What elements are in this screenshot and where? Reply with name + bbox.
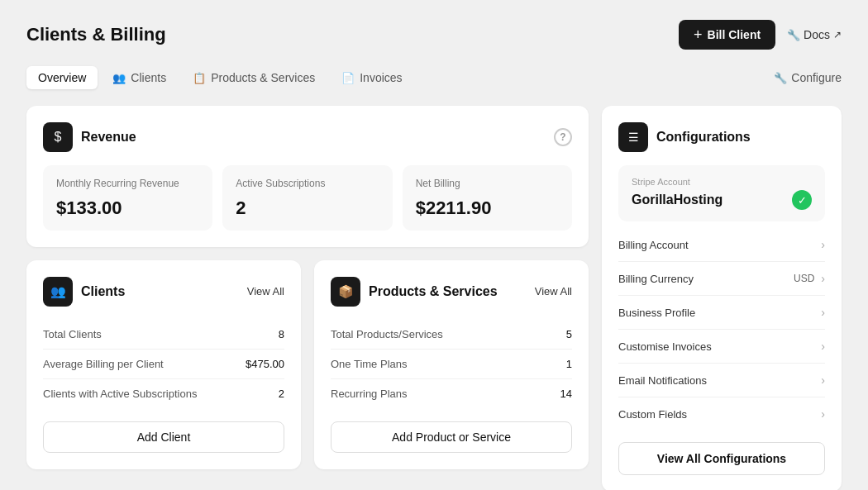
docs-link[interactable]: 🔧 Docs ↗ [787,28,842,41]
clients-stats-list: Total Clients 8 Average Billing per Clie… [43,320,284,408]
stat-total-clients: Total Clients 8 [43,320,284,350]
page-title: Clients & Billing [26,24,166,45]
chevron-right-icon: › [821,407,825,421]
stat-recurring-plans: Recurring Plans 14 [331,379,572,408]
metric-active-subs-label: Active Subscriptions [236,177,379,191]
config-billing-currency[interactable]: Billing Currency USD › [618,262,825,296]
metric-mrr-value: $133.00 [56,197,199,219]
clients-tab-icon: 👥 [112,72,126,84]
products-icon: 📦 [331,277,360,307]
config-customise-invoices[interactable]: Customise Invoices › [618,330,825,364]
clients-icon: 👥 [43,277,73,307]
help-icon[interactable]: ? [554,128,572,146]
tab-clients[interactable]: 👥 Clients [101,66,178,89]
stripe-connected-icon: ✓ [792,190,812,210]
stripe-account-name: GorillaHosting [632,193,723,207]
chevron-right-icon: › [821,272,825,285]
tab-overview[interactable]: Overview [26,66,98,89]
configurations-card: ☰ Configurations Stripe Account GorillaH… [602,106,842,490]
metric-active-subs: Active Subscriptions 2 [222,165,392,231]
metric-mrr: Monthly Recurring Revenue $133.00 [43,165,212,231]
config-business-profile[interactable]: Business Profile › [618,296,825,330]
stat-clients-active-subs: Clients with Active Subscriptions 2 [43,379,284,408]
config-email-notifications[interactable]: Email Notifications › [618,364,825,397]
config-custom-fields[interactable]: Custom Fields › [618,397,825,431]
revenue-card: $ Revenue ? Monthly Recurring Revenue $1… [26,106,589,247]
stat-total-products: Total Products/Services 5 [331,320,572,350]
products-tab-icon: 📋 [193,72,206,84]
configurations-icon: ☰ [618,122,648,152]
metric-net-billing: Net Billing $2211.90 [403,165,572,231]
external-link-icon: ↗ [833,29,842,40]
configurations-title: Configurations [656,130,751,145]
products-stats-list: Total Products/Services 5 One Time Plans… [331,320,572,408]
invoices-tab-icon: 📄 [341,72,355,84]
clients-title: Clients [81,284,125,299]
currency-value: USD [794,273,814,284]
stat-one-time-plans: One Time Plans 1 [331,350,572,379]
config-list: Billing Account › Billing Currency USD › [618,228,825,431]
wrench-configure-icon: 🔧 [774,72,787,84]
stripe-account-box: Stripe Account GorillaHosting ✓ [618,165,825,221]
products-view-all[interactable]: View All [535,285,572,297]
chevron-right-icon: › [821,340,825,353]
revenue-title: Revenue [81,130,136,145]
metric-net-billing-value: $2211.90 [416,197,559,219]
clients-card: 👥 Clients View All Total Clients 8 Avera… [26,260,301,469]
view-all-configurations-button[interactable]: View All Configurations [618,442,825,475]
revenue-icon: $ [43,122,73,152]
products-services-card: 📦 Products & Services View All Total Pro… [314,260,589,469]
add-product-service-button[interactable]: Add Product or Service [331,421,572,453]
wrench-icon: 🔧 [787,29,800,41]
metric-net-billing-label: Net Billing [416,177,559,191]
products-title: Products & Services [369,284,498,299]
tab-invoices[interactable]: 📄 Invoices [330,66,413,89]
metric-active-subs-value: 2 [236,197,379,219]
add-client-button[interactable]: Add Client [43,421,284,453]
chevron-right-icon: › [821,373,825,387]
stat-avg-billing: Average Billing per Client $475.00 [43,350,284,379]
clients-view-all[interactable]: View All [247,285,284,297]
config-billing-account[interactable]: Billing Account › [618,228,825,262]
chevron-right-icon: › [821,238,825,251]
revenue-metrics: Monthly Recurring Revenue $133.00 Active… [43,165,572,231]
stripe-account-label: Stripe Account [632,177,812,187]
chevron-right-icon: › [821,306,825,319]
bill-client-button[interactable]: + Bill Client [679,20,775,50]
configure-button[interactable]: 🔧 Configure [774,71,842,84]
tab-products-services[interactable]: 📋 Products & Services [181,66,327,89]
metric-mrr-label: Monthly Recurring Revenue [56,177,199,191]
